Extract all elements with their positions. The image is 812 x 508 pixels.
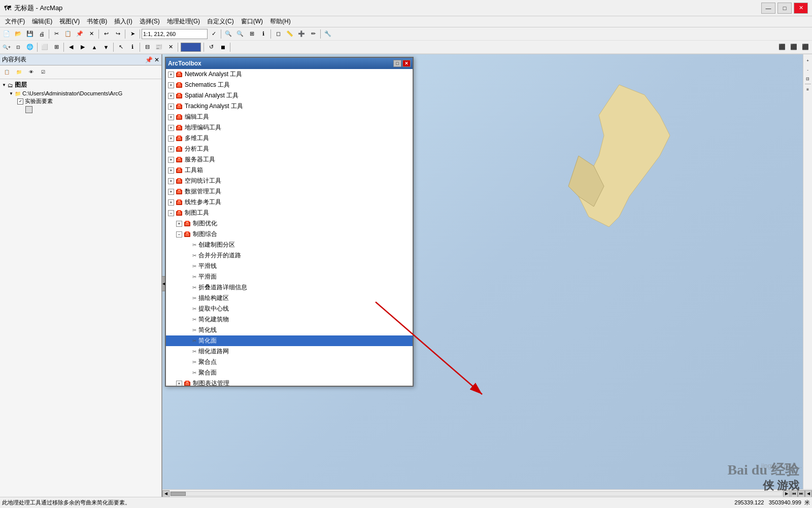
panel-pin[interactable]: 📌 xyxy=(145,56,153,63)
right-tool2[interactable]: ⬛ xyxy=(788,42,799,53)
list-by-source[interactable]: 📁 xyxy=(13,66,24,78)
pointer-tool[interactable]: ↖ xyxy=(115,42,126,53)
menu-custom[interactable]: 自定义(C) xyxy=(204,16,237,27)
atb-tree-item[interactable]: + 工具箱 xyxy=(166,165,413,176)
atb-tree-item[interactable]: + 制图优化 xyxy=(166,218,413,229)
scale-confirm[interactable]: ✓ xyxy=(208,28,219,40)
map-area[interactable]: ArcToolbox □ ✕ + Network Analyst 工具+ Sch… xyxy=(162,54,812,497)
menu-geoprocess[interactable]: 地理处理(G) xyxy=(164,16,203,27)
copy-button[interactable]: 📋 xyxy=(62,28,74,40)
refresh-btn[interactable]: ↺ xyxy=(206,42,217,53)
atb-tree-item[interactable]: + Schematics 工具 xyxy=(166,80,413,90)
pan-left[interactable]: ◀ xyxy=(65,42,77,53)
globe-btn[interactable]: 🌐 xyxy=(24,42,36,53)
menu-file[interactable]: 文件(F) xyxy=(2,16,28,27)
menu-edit[interactable]: 编辑(E) xyxy=(29,16,55,27)
expand-icon[interactable]: + xyxy=(168,114,174,120)
cut-button[interactable]: ✂ xyxy=(51,28,62,40)
h-scroll-thumb[interactable] xyxy=(171,492,186,496)
atb-tree-item[interactable]: ✂简化面 xyxy=(166,335,413,346)
expand-path[interactable]: ▼ xyxy=(9,91,13,96)
h-scrollbar[interactable]: ◀ ▶ ⏮ ⏭ ◀ xyxy=(162,489,812,497)
zoom-to-extent[interactable]: 🔍+ xyxy=(1,42,12,53)
atb-tree-item[interactable]: + Spatial Analyst 工具 xyxy=(166,90,413,101)
right-tool3[interactable]: ⬛ xyxy=(800,42,811,53)
add-data-btn[interactable]: ➕ xyxy=(296,28,307,40)
stop-btn[interactable]: ⏹ xyxy=(217,42,228,53)
expand-icon[interactable]: + xyxy=(168,157,174,163)
expand-icon[interactable]: + xyxy=(168,136,174,142)
zoom-out-right[interactable]: - xyxy=(804,65,812,74)
expand-icon[interactable]: + xyxy=(168,72,174,78)
atb-tree-item[interactable]: + 多维工具 xyxy=(166,133,413,144)
zoom-to-full[interactable]: ⊡ xyxy=(13,42,24,53)
zoom-in-right[interactable]: + xyxy=(804,56,812,64)
map-tools[interactable]: ⊞ xyxy=(246,28,257,40)
atb-tree-item[interactable]: + 编辑工具 xyxy=(166,112,413,122)
atb-tree-item[interactable]: + 地理编码工具 xyxy=(166,122,413,133)
right-tool1[interactable]: ⬛ xyxy=(776,42,788,53)
feature-class-item[interactable]: ✓ 实验面要素 xyxy=(1,97,160,106)
atb-tree-item[interactable]: ✂平滑线 xyxy=(166,261,413,272)
layout-view[interactable]: 📰 xyxy=(153,42,164,53)
expand-icon[interactable]: + xyxy=(176,221,182,227)
panel-close[interactable]: ✕ xyxy=(154,56,159,63)
atb-tree-item[interactable]: ✂创建制图分区 xyxy=(166,240,413,250)
editor-btn[interactable]: ✏ xyxy=(308,28,319,40)
measure-btn[interactable]: 📏 xyxy=(284,28,295,40)
feature-checkbox[interactable]: ✓ xyxy=(17,98,23,105)
expand-icon[interactable]: + xyxy=(168,125,174,131)
atb-tree-item[interactable]: + 分析工具 xyxy=(166,144,413,154)
minimize-button[interactable]: — xyxy=(761,3,775,14)
nav-left2[interactable]: ◀ xyxy=(805,490,812,497)
save-button[interactable]: 💾 xyxy=(24,28,36,40)
undo-button[interactable]: ↩ xyxy=(100,28,112,40)
atb-tree-item[interactable]: + 服务器工具 xyxy=(166,154,413,165)
expand-icon[interactable]: + xyxy=(168,93,174,99)
expand-icon[interactable]: + xyxy=(176,381,182,386)
menu-select[interactable]: 选择(S) xyxy=(137,16,163,27)
redo-button[interactable]: ↪ xyxy=(112,28,123,40)
paste-button[interactable]: 📌 xyxy=(74,28,85,40)
atb-tree-item[interactable]: ✂折叠道路详细信息 xyxy=(166,282,413,293)
zoom-in-btn[interactable]: 🔍 xyxy=(223,28,234,40)
list-by-drawing[interactable]: 📋 xyxy=(1,66,12,78)
full-extent-right[interactable]: ⊡ xyxy=(804,75,812,83)
close-button[interactable]: ✕ xyxy=(794,3,808,14)
select-btn[interactable]: ◻ xyxy=(273,28,284,40)
print-button[interactable]: 🖨 xyxy=(36,28,47,40)
atb-tree-item[interactable]: ✂简化线 xyxy=(166,325,413,335)
atb-tree-item[interactable]: + 数据管理工具 xyxy=(166,186,413,197)
atb-tree-item[interactable]: ✂合并分开的道路 xyxy=(166,250,413,261)
atb-tree-item[interactable]: − 制图工具 xyxy=(166,208,413,218)
expand-icon[interactable]: + xyxy=(168,199,174,206)
new-button[interactable]: 📄 xyxy=(1,28,12,40)
expand-icon[interactable]: + xyxy=(168,82,174,88)
menu-window[interactable]: 窗口(W) xyxy=(238,16,266,27)
atb-tree-item[interactable]: ✂描绘构建区 xyxy=(166,293,413,303)
select-all[interactable]: ⊞ xyxy=(51,42,62,53)
atb-tree-item[interactable]: + 空间统计工具 xyxy=(166,176,413,186)
atb-tree-item[interactable]: ✂聚合点 xyxy=(166,357,413,367)
expand-icon[interactable]: − xyxy=(176,231,182,238)
expand-icon[interactable]: + xyxy=(168,178,174,184)
atb-tree-item[interactable]: ✂聚合面 xyxy=(166,367,413,378)
scroll-left-btn[interactable]: ◀ xyxy=(162,490,170,497)
atb-restore[interactable]: □ xyxy=(393,60,401,67)
atb-tree-item[interactable]: ✂平滑面 xyxy=(166,272,413,282)
atb-tree-item[interactable]: ✂提取中心线 xyxy=(166,303,413,314)
expand-layers[interactable]: ▼ xyxy=(2,83,6,87)
nav-button[interactable]: ➤ xyxy=(127,28,138,40)
pan-down[interactable]: ▼ xyxy=(100,42,112,53)
menu-help[interactable]: 帮助(H) xyxy=(267,16,294,27)
maximize-button[interactable]: □ xyxy=(777,3,792,14)
clear-sel[interactable]: ✕ xyxy=(165,42,176,53)
select-feature[interactable]: ⬜ xyxy=(39,42,50,53)
pan-right[interactable]: ▶ xyxy=(77,42,88,53)
delete-button[interactable]: ✕ xyxy=(86,28,97,40)
expand-icon[interactable]: + xyxy=(168,167,174,174)
atb-tree-item[interactable]: + Network Analyst 工具 xyxy=(166,69,413,80)
pan-up[interactable]: ▲ xyxy=(89,42,100,53)
scale-input[interactable] xyxy=(142,29,208,39)
atb-tree-item[interactable]: ✂简化建筑物 xyxy=(166,314,413,325)
